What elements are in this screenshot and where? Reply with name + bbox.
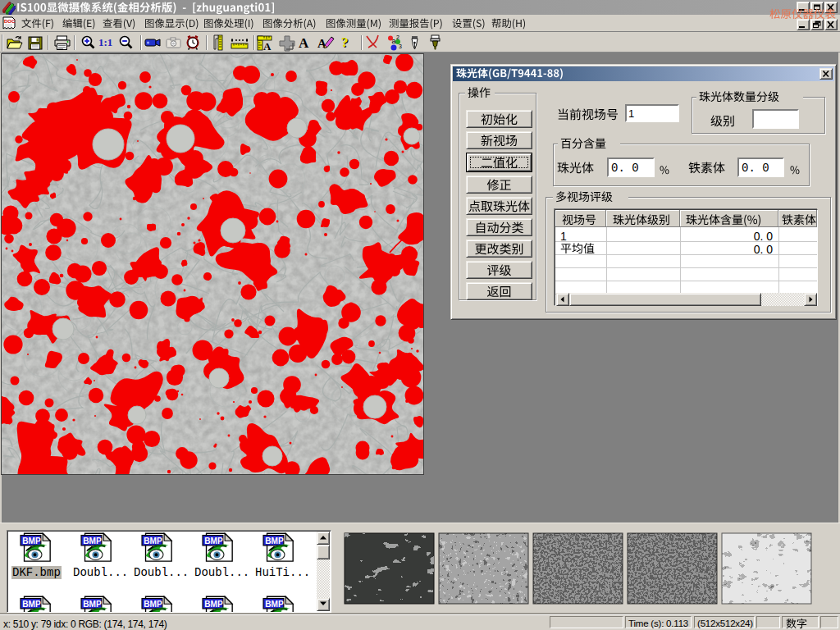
svg-text:1:1: 1:1: [98, 36, 112, 48]
svg-text:A: A: [263, 40, 272, 52]
svg-text:2: 2: [396, 34, 399, 40]
svg-text:?: ?: [341, 34, 349, 50]
svg-text:DOC: DOC: [4, 19, 16, 24]
svg-text:A: A: [299, 35, 309, 51]
svg-text:3: 3: [399, 43, 402, 49]
svg-text:a: a: [392, 37, 396, 45]
